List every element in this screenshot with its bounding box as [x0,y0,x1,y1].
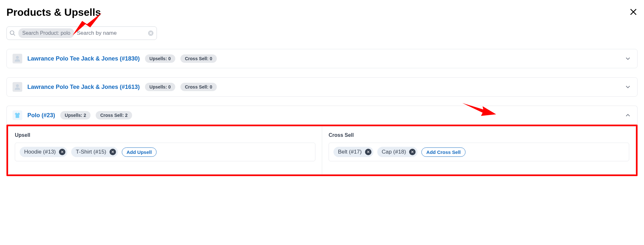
remove-tag-icon[interactable]: ✕ [409,149,416,155]
tag-label: Cap (#18) [382,149,406,155]
tag-label: Hoodie (#13) [24,149,56,155]
upsell-tag: Hoodie (#13) ✕ [20,147,67,157]
cross-sell-count-badge: Cross Sell: 2 [96,111,132,119]
upsell-count-badge: Upsells: 2 [60,111,91,119]
highlight-annotation-box: Upsell Hoodie (#13) ✕ T-Shirt (#15) ✕ Ad… [6,125,638,176]
chevron-down-icon[interactable] [624,55,631,62]
upsell-section-label: Upsell [15,132,315,138]
chevron-down-icon[interactable] [624,83,631,90]
svg-point-2 [10,31,14,35]
product-thumbnail [13,82,22,92]
cross-sell-tag-container[interactable]: Belt (#17) ✕ Cap (#18) ✕ Add Cross Sell [329,143,629,161]
close-icon [629,8,638,16]
product-row[interactable]: Lawrance Polo Tee Jack & Jones (#1613) U… [6,77,638,97]
cross-sell-panel: Cross Sell Belt (#17) ✕ Cap (#18) ✕ Add … [322,127,636,174]
cross-sell-section-label: Cross Sell [329,132,629,138]
chevron-up-icon[interactable] [624,112,631,119]
remove-tag-icon[interactable]: ✕ [59,149,65,155]
search-input[interactable] [77,30,145,36]
upsell-count-badge: Upsells: 0 [145,54,175,63]
cross-sell-tag: Belt (#17) ✕ [333,147,373,157]
cross-sell-count-badge: Cross Sell: 0 [180,54,217,63]
search-bar[interactable]: Search Product: polo [6,26,157,40]
svg-point-5 [16,84,19,87]
product-thumbnail [13,54,22,63]
close-button[interactable] [629,7,638,18]
upsell-count-badge: Upsells: 0 [145,83,175,91]
clear-search-icon[interactable] [148,30,154,36]
add-upsell-button[interactable]: Add Upsell [122,147,157,157]
product-name-link[interactable]: Lawrance Polo Tee Jack & Jones (#1613) [27,84,140,90]
add-cross-sell-button[interactable]: Add Cross Sell [421,147,466,157]
product-thumbnail [13,110,22,120]
search-filter-chip[interactable]: Search Product: polo [18,28,74,38]
svg-point-4 [16,56,19,59]
cross-sell-count-badge: Cross Sell: 0 [180,83,217,91]
cross-sell-tag: Cap (#18) ✕ [377,147,418,157]
product-name-link[interactable]: Polo (#23) [27,112,55,119]
remove-tag-icon[interactable]: ✕ [365,149,371,155]
remove-tag-icon[interactable]: ✕ [110,149,116,155]
tag-label: T-Shirt (#15) [76,149,106,155]
upsell-tag-container[interactable]: Hoodie (#13) ✕ T-Shirt (#15) ✕ Add Upsel… [15,143,315,161]
tag-label: Belt (#17) [338,149,362,155]
product-row[interactable]: Lawrance Polo Tee Jack & Jones (#1830) U… [6,49,638,68]
product-row[interactable]: Polo (#23) Upsells: 2 Cross Sell: 2 [6,106,638,125]
product-name-link[interactable]: Lawrance Polo Tee Jack & Jones (#1830) [27,55,140,62]
page-title: Products & Upsells [6,6,101,18]
search-icon [9,30,16,36]
upsell-panel: Upsell Hoodie (#13) ✕ T-Shirt (#15) ✕ Ad… [8,127,322,174]
upsell-tag: T-Shirt (#15) ✕ [71,147,118,157]
